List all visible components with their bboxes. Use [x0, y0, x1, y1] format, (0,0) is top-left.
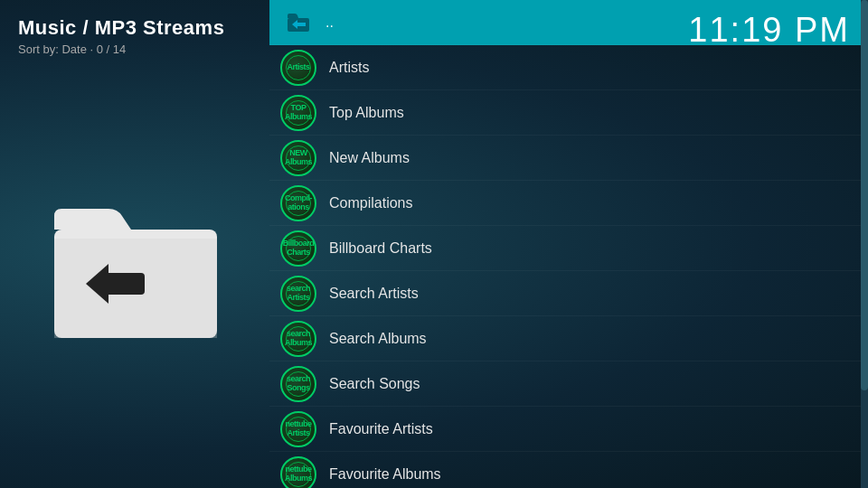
list-item-artists[interactable]: ArtistsArtists [269, 45, 868, 90]
item-icon-favourite-albums: nettube Albums [280, 456, 316, 489]
item-label-top-albums: Top Albums [329, 105, 404, 121]
list-item-compilations[interactable]: Compil- ationsCompilations [269, 181, 868, 226]
item-icon-text-favourite-artists: nettube Artists [286, 417, 311, 442]
left-panel: Music / MP3 Streams Sort by: Date · 0 / … [0, 0, 271, 488]
menu-list: .. ArtistsArtistsTOP AlbumsTop AlbumsNEW… [269, 0, 868, 488]
item-icon-text-search-artists: search Artists [286, 281, 311, 306]
item-icon-favourite-artists: nettube Artists [280, 411, 316, 447]
menu-items-container: ArtistsArtistsTOP AlbumsTop AlbumsNEW Al… [269, 45, 868, 488]
item-label-search-songs: Search Songs [329, 376, 420, 392]
item-icon-search-albums: search Albums [280, 321, 316, 357]
back-item-label: .. [326, 14, 334, 31]
item-label-billboard-charts: Billboard Charts [329, 240, 432, 257]
item-icon-text-billboard-charts: Billboard Charts [286, 236, 311, 261]
item-icon-text-search-songs: search Songs [286, 371, 311, 397]
item-icon-text-search-albums: search Albums [286, 326, 311, 352]
item-icon-search-artists: search Artists [280, 276, 316, 312]
item-icon-compilations: Compil- ations [280, 185, 316, 221]
item-label-search-albums: Search Albums [329, 331, 427, 347]
item-label-favourite-albums: Favourite Albums [329, 466, 441, 483]
item-icon-text-new-albums: NEW Albums [286, 145, 311, 171]
list-item-favourite-albums[interactable]: nettube AlbumsFavourite Albums [269, 452, 868, 488]
list-item-search-artists[interactable]: search ArtistsSearch Artists [269, 271, 868, 316]
item-label-favourite-artists: Favourite Artists [329, 421, 433, 437]
svg-rect-2 [104, 273, 145, 295]
list-item-search-albums[interactable]: search AlbumsSearch Albums [269, 316, 868, 361]
item-label-search-artists: Search Artists [329, 286, 419, 302]
item-icon-billboard-charts: Billboard Charts [280, 230, 316, 267]
back-folder-icon [284, 8, 313, 37]
item-icon-artists: Artists [280, 50, 316, 86]
item-label-new-albums: New Albums [329, 150, 410, 166]
folder-back-icon [45, 189, 226, 343]
clock: 11:19 PM [688, 11, 850, 50]
folder-icon-area [18, 61, 253, 470]
item-icon-text-top-albums: TOP Albums [286, 100, 311, 126]
scrollbar-thumb [861, 0, 868, 390]
list-item-favourite-artists[interactable]: nettube ArtistsFavourite Artists [269, 407, 868, 452]
item-icon-text-artists: Artists [286, 55, 311, 80]
list-item-search-songs[interactable]: search SongsSearch Songs [269, 361, 868, 407]
item-icon-new-albums: NEW Albums [280, 140, 316, 176]
sort-info: Sort by: Date · 0 / 14 [18, 42, 253, 56]
scrollbar[interactable] [861, 0, 868, 488]
list-item-new-albums[interactable]: NEW AlbumsNew Albums [269, 136, 868, 181]
list-item-top-albums[interactable]: TOP AlbumsTop Albums [269, 90, 868, 136]
item-label-compilations: Compilations [329, 195, 412, 211]
right-panel: .. ArtistsArtistsTOP AlbumsTop AlbumsNEW… [269, 0, 868, 488]
app-title: Music / MP3 Streams [18, 16, 253, 40]
item-icon-text-favourite-albums: nettube Albums [286, 462, 311, 487]
item-icon-search-songs: search Songs [280, 366, 316, 402]
item-icon-text-compilations: Compil- ations [286, 191, 311, 216]
item-label-artists: Artists [329, 60, 369, 76]
item-icon-top-albums: TOP Albums [280, 95, 316, 131]
svg-rect-6 [297, 23, 306, 26]
list-item-billboard-charts[interactable]: Billboard ChartsBillboard Charts [269, 226, 868, 271]
